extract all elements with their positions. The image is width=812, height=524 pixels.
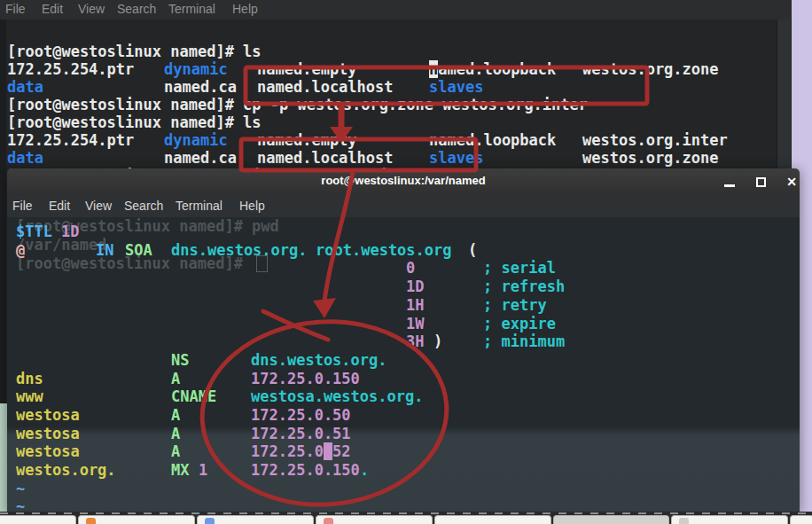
terminal-line: datanamed.canamed.localhostslaves [7, 78, 777, 96]
close-button[interactable]: ✕ [782, 173, 801, 191]
terminal-line: wwwCNAMEwestosa.westos.org. [16, 387, 787, 405]
menu-item-terminal[interactable]: Terminal [176, 199, 223, 213]
maximize-icon [756, 177, 766, 187]
terminal-line: dnsA172.25.0.150 [16, 370, 787, 387]
terminal-line: $TTL1D [16, 223, 787, 240]
terminal-line: 0; serial [16, 259, 787, 277]
desktop: FileEditViewSearchTerminalHelp [root@wes… [0, 0, 812, 524]
terminal-line: 172.25.254.ptrdynamicnamed.emptynamed.lo… [7, 60, 777, 78]
menu-item-view[interactable]: View [85, 199, 112, 213]
terminal-line: 1W; expire [16, 315, 787, 332]
terminal-line: westosaA172.25.0.52 [16, 442, 787, 460]
zone-file-text: $TTL1D@INSOAdns.westos.org.root.westos.o… [16, 217, 787, 512]
orange-app-icon [86, 518, 96, 524]
menu-item-terminal[interactable]: Terminal [168, 2, 215, 16]
menu-item-help[interactable]: Help [239, 199, 265, 213]
taskbar-button[interactable] [0, 515, 76, 524]
taskbar-button[interactable] [790, 515, 812, 524]
menu-item-view[interactable]: View [78, 2, 105, 16]
terminal-line: westos.org.MX1172.25.0.150. [16, 461, 787, 479]
menu-item-help[interactable]: Help [232, 2, 258, 16]
terminal-line: westosaA172.25.0.51 [16, 425, 787, 442]
terminal-line: [root@westoslinux named]# cp -p westos.o… [7, 96, 777, 113]
titlebar[interactable]: root@westoslinux:/var/named ✕ [7, 168, 800, 195]
window-edge [0, 0, 6, 403]
minimize-button[interactable] [720, 173, 739, 191]
taskbar [0, 512, 812, 524]
taskbar-button[interactable] [671, 515, 788, 524]
window-title: root@westoslinux:/var/named [7, 174, 800, 187]
taskbar-button[interactable] [78, 515, 195, 524]
vim-editor-content[interactable]: [root@westoslinux named]# pwd/var/named[… [7, 217, 800, 512]
foreground-terminal-window[interactable]: root@westoslinux:/var/named ✕ FileEditVi… [7, 168, 800, 512]
menu-item-search[interactable]: Search [117, 2, 156, 16]
maximize-button[interactable] [751, 173, 770, 191]
terminal-line: 3H); minimum [16, 332, 787, 350]
taskbar-button[interactable] [316, 515, 433, 524]
minimize-icon [724, 184, 735, 187]
terminal-line: 172.25.254.ptrdynamicnamed.emptynamed.lo… [7, 131, 777, 149]
menu-item-file[interactable]: File [12, 199, 33, 213]
gray-app-icon [679, 518, 689, 524]
menu-item-search[interactable]: Search [124, 199, 163, 213]
terminal-line: NSdns.westos.org. [16, 351, 787, 369]
fg-terminal-menubar: FileEditViewSearchTerminalHelp [7, 195, 800, 217]
taskbar-button[interactable] [434, 515, 551, 524]
terminal-line: [root@westoslinux named]# ls [7, 43, 777, 60]
red-app-icon [324, 518, 333, 524]
terminal-line: datanamed.canamed.localhostslaveswestos.… [7, 149, 777, 167]
menu-item-file[interactable]: File [5, 2, 26, 16]
terminal-line: @INSOAdns.westos.org.root.westos.org( [16, 241, 787, 259]
terminal-line: [root@westoslinux named]# ls [7, 113, 777, 131]
terminal-line: 1D; refresh [16, 278, 787, 295]
blue-app-icon [205, 518, 215, 524]
terminal-line: westosaA172.25.0.50 [16, 406, 787, 424]
terminal-line: ~ [16, 480, 787, 497]
menu-item-edit[interactable]: Edit [49, 199, 70, 213]
terminal-line: 1H; retry [16, 296, 787, 314]
bg-terminal-menubar: FileEditViewSearchTerminalHelp [0, 0, 792, 20]
taskbar-button[interactable] [197, 515, 314, 524]
panel-top-dashes [0, 512, 812, 514]
menu-item-edit[interactable]: Edit [42, 2, 63, 16]
taskbar-button-active[interactable] [553, 515, 669, 524]
